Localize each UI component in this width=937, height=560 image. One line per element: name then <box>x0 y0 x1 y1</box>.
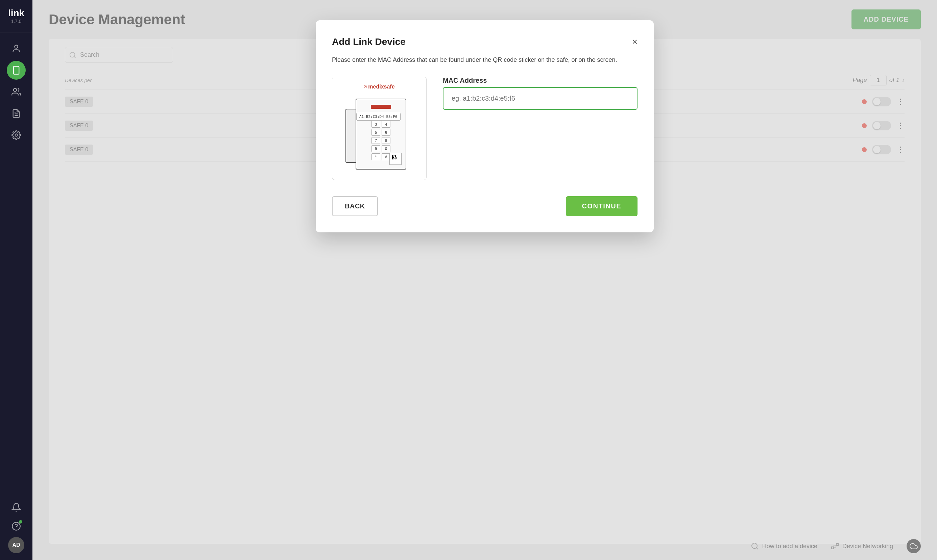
add-device-modal: Add Link Device × Please enter the MAC A… <box>316 20 654 232</box>
mac-address-input[interactable] <box>443 87 638 110</box>
sidebar-item-user[interactable] <box>7 39 26 58</box>
svg-rect-14 <box>392 157 393 158</box>
avatar-initials: AD <box>12 542 20 548</box>
sidebar-bottom: AD <box>8 499 24 560</box>
settings-icon <box>11 130 21 140</box>
sidebar-item-settings[interactable] <box>7 126 26 145</box>
key-3: 3 <box>372 121 380 128</box>
svg-rect-12 <box>394 155 394 156</box>
key-8: 8 <box>381 137 391 144</box>
modal-description: Please enter the MAC Address that can be… <box>332 55 638 65</box>
red-bar <box>371 105 391 109</box>
device-icon <box>11 66 21 75</box>
person-icon <box>11 44 21 53</box>
svg-rect-18 <box>392 158 394 159</box>
sidebar-nav <box>0 32 32 499</box>
safe-body: 1 2 3 4 5 6 7 8 9 0 * # <box>356 98 406 169</box>
modal-footer: BACK CONTINUE <box>332 196 638 216</box>
key-4: 4 <box>381 121 391 128</box>
back-button[interactable]: BACK <box>332 196 378 216</box>
key-7: 7 <box>372 137 380 144</box>
continue-button[interactable]: CONTINUE <box>566 196 638 216</box>
modal-right: MAC Address <box>443 77 638 110</box>
qr-code-icon <box>389 153 401 165</box>
modal-overlay: Add Link Device × Please enter the MAC A… <box>32 0 937 560</box>
key-9: 9 <box>372 145 380 152</box>
safe-drawing: 1 2 3 4 5 6 7 8 9 0 * # <box>346 95 413 173</box>
modal-header: Add Link Device × <box>332 37 638 47</box>
mac-field-label: MAC Address <box>443 77 638 85</box>
help-dot <box>19 520 22 523</box>
svg-rect-16 <box>395 157 395 158</box>
svg-point-6 <box>15 134 18 137</box>
app-logo: link 1.7.0 <box>0 0 32 32</box>
logo-text: link <box>8 8 24 18</box>
reports-icon <box>11 109 21 118</box>
sidebar-item-device[interactable] <box>7 61 26 80</box>
sidebar: link 1.7.0 <box>0 0 32 560</box>
svg-rect-20 <box>395 158 395 159</box>
svg-rect-1 <box>14 66 19 74</box>
mac-address-label: A1:B2:C3:D4:E5:F6 <box>356 113 401 121</box>
svg-rect-19 <box>394 158 394 159</box>
brand-name: medixsafe <box>368 84 394 90</box>
key-5: 5 <box>372 129 380 136</box>
key-star: * <box>372 153 380 160</box>
main-area: Device Management ADD DEVICE Devices per… <box>32 0 937 560</box>
svg-rect-17 <box>396 157 397 158</box>
svg-rect-15 <box>393 157 394 158</box>
modal-close-button[interactable]: × <box>632 37 638 47</box>
bell-icon <box>11 503 21 512</box>
sidebar-item-reports[interactable] <box>7 104 26 123</box>
groups-icon <box>11 87 21 97</box>
svg-rect-11 <box>392 155 394 157</box>
help-button[interactable] <box>8 518 24 534</box>
svg-point-0 <box>14 45 18 48</box>
svg-point-3 <box>14 89 17 92</box>
key-0: 0 <box>381 145 391 152</box>
svg-rect-13 <box>395 155 396 157</box>
user-avatar[interactable]: AD <box>8 537 24 553</box>
notifications-button[interactable] <box>8 499 24 515</box>
device-illustration: ® medixsafe 1 2 3 4 <box>332 77 427 180</box>
logo-version: 1.7.0 <box>11 18 21 24</box>
key-6: 6 <box>381 129 391 136</box>
modal-title: Add Link Device <box>332 37 406 47</box>
svg-rect-21 <box>396 158 397 159</box>
sidebar-item-groups[interactable] <box>7 82 26 102</box>
brand-logo: ® medixsafe <box>364 84 394 90</box>
modal-body: ® medixsafe 1 2 3 4 <box>332 77 638 180</box>
